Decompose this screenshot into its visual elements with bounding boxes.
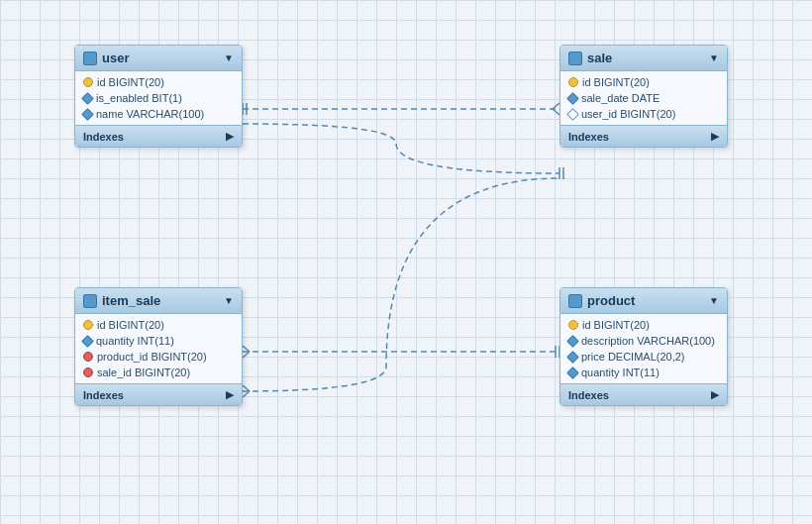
svg-line-12 <box>243 385 250 391</box>
field-name-text: is_enabled BIT(1) <box>96 92 182 104</box>
table-dropdown-arrow[interactable]: ▼ <box>709 295 719 306</box>
indexes-arrow-icon[interactable]: ▶ <box>711 388 719 401</box>
field-name-text: product_id BIGINT(20) <box>97 351 207 363</box>
indexes-label: Indexes <box>568 131 609 143</box>
field-name-text: sale_id BIGINT(20) <box>97 367 190 378</box>
field-name-text: quantity INT(11) <box>96 335 174 347</box>
fk-icon <box>83 352 93 362</box>
indexes-arrow-icon[interactable]: ▶ <box>226 130 234 143</box>
field-name-text: id BIGINT(20) <box>97 76 164 88</box>
table-field-row: id BIGINT(20) <box>560 317 727 333</box>
table-field-row: product_id BIGINT(20) <box>75 349 242 365</box>
pk-icon <box>83 320 93 330</box>
table-header-sale[interactable]: sale▼ <box>560 46 727 71</box>
table-item_sale[interactable]: item_sale▼id BIGINT(20)quantity INT(11)p… <box>74 287 243 406</box>
table-field-row: quantity INT(11) <box>560 365 727 380</box>
table-body-product: id BIGINT(20)description VARCHAR(100)pri… <box>560 314 727 383</box>
svg-line-13 <box>243 391 250 397</box>
table-sale[interactable]: sale▼id BIGINT(20)sale_date DATEuser_id … <box>559 45 728 148</box>
table-db-icon <box>83 52 97 65</box>
field-name-text: sale_date DATE <box>581 92 660 104</box>
field-diamond-icon <box>81 108 94 121</box>
field-diamond-icon <box>566 92 579 105</box>
field-diamond-icon <box>81 92 94 105</box>
table-body-item_sale: id BIGINT(20)quantity INT(11)product_id … <box>75 314 242 383</box>
svg-line-8 <box>243 346 250 352</box>
table-user[interactable]: user▼id BIGINT(20)is_enabled BIT(1)name … <box>74 45 243 148</box>
indexes-label: Indexes <box>83 389 124 401</box>
table-body-user: id BIGINT(20)is_enabled BIT(1)name VARCH… <box>75 71 242 125</box>
table-header-user[interactable]: user▼ <box>75 46 242 71</box>
table-field-row: name VARCHAR(100) <box>75 106 242 122</box>
table-header-item_sale[interactable]: item_sale▼ <box>75 288 242 314</box>
indexes-arrow-icon[interactable]: ▶ <box>711 130 719 143</box>
pk-icon <box>568 77 578 87</box>
pk-icon <box>83 77 93 87</box>
svg-line-9 <box>243 352 250 358</box>
table-field-row: sale_id BIGINT(20) <box>75 365 242 380</box>
table-dropdown-arrow[interactable]: ▼ <box>709 52 719 63</box>
table-indexes-item_sale[interactable]: Indexes▶ <box>75 383 242 405</box>
table-name-label: product <box>587 293 635 308</box>
table-product[interactable]: product▼id BIGINT(20)description VARCHAR… <box>559 287 728 406</box>
field-diamond-icon <box>81 335 94 348</box>
table-dropdown-arrow[interactable]: ▼ <box>224 52 234 63</box>
field-name-text: name VARCHAR(100) <box>96 108 204 120</box>
table-field-row: id BIGINT(20) <box>75 74 242 90</box>
table-name-label: sale <box>587 51 612 65</box>
indexes-label: Indexes <box>83 131 124 143</box>
field-name-text: id BIGINT(20) <box>97 319 164 331</box>
table-dropdown-arrow[interactable]: ▼ <box>224 295 234 306</box>
pk-icon <box>568 320 578 330</box>
table-field-row: description VARCHAR(100) <box>560 333 727 349</box>
field-name-text: quantity INT(11) <box>581 367 660 378</box>
table-indexes-product[interactable]: Indexes▶ <box>560 383 727 405</box>
table-indexes-user[interactable]: Indexes▶ <box>75 125 242 147</box>
indexes-arrow-icon[interactable]: ▶ <box>226 388 234 401</box>
field-name-text: user_id BIGINT(20) <box>581 108 675 120</box>
table-db-icon <box>568 294 582 308</box>
table-field-row: user_id BIGINT(20) <box>560 106 727 122</box>
fk-icon <box>83 367 93 377</box>
table-field-row: id BIGINT(20) <box>75 317 242 333</box>
table-name-label: user <box>102 51 129 65</box>
indexes-label: Indexes <box>568 389 609 401</box>
table-field-row: id BIGINT(20) <box>560 74 727 90</box>
field-diamond-icon <box>566 367 579 379</box>
field-diamond-outline-icon <box>566 108 579 121</box>
svg-line-4 <box>553 109 559 115</box>
table-name-label: item_sale <box>102 293 160 308</box>
field-name-text: description VARCHAR(100) <box>581 335 715 347</box>
table-field-row: quantity INT(11) <box>75 333 242 349</box>
table-field-row: is_enabled BIT(1) <box>75 90 242 106</box>
table-field-row: price DECIMAL(20,2) <box>560 349 727 365</box>
table-db-icon <box>568 52 582 65</box>
table-body-sale: id BIGINT(20)sale_date DATEuser_id BIGIN… <box>560 71 727 125</box>
field-diamond-icon <box>566 335 579 348</box>
svg-line-3 <box>553 103 559 109</box>
table-header-product[interactable]: product▼ <box>560 288 727 314</box>
table-db-icon <box>83 294 97 308</box>
table-field-row: sale_date DATE <box>560 90 727 106</box>
table-indexes-sale[interactable]: Indexes▶ <box>560 125 727 147</box>
field-name-text: id BIGINT(20) <box>582 76 650 88</box>
field-diamond-icon <box>566 351 579 364</box>
field-name-text: price DECIMAL(20,2) <box>581 351 685 363</box>
field-name-text: id BIGINT(20) <box>582 319 650 331</box>
